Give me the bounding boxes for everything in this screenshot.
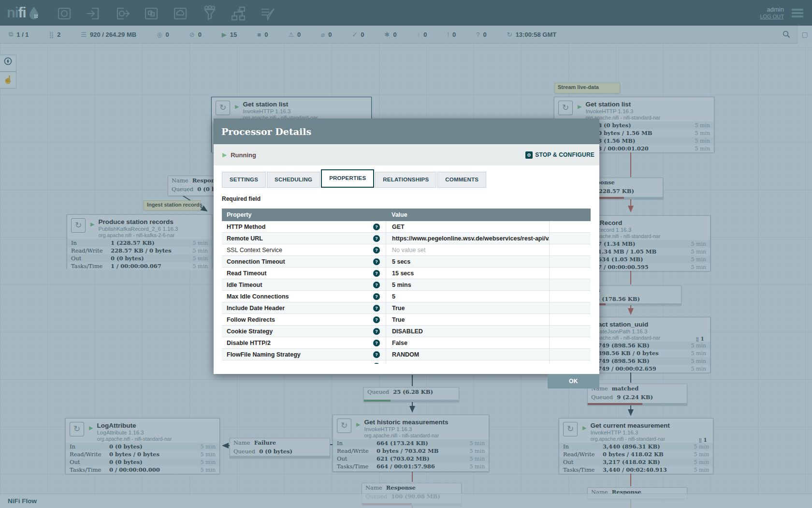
property-row: Attributes to Send?No value set xyxy=(222,360,591,364)
property-actions-cell xyxy=(549,302,591,314)
property-name-cell: Read Timeout? xyxy=(222,270,386,277)
property-name-cell: Cookie Strategy? xyxy=(222,328,386,335)
properties-table: Property Value HTTP Method?GETRemote URL… xyxy=(222,209,591,364)
property-row: Read Timeout?15 secs xyxy=(222,268,591,279)
property-value-cell: No value set xyxy=(386,360,549,364)
property-value: True xyxy=(392,316,405,323)
property-name-cell: Remote URL? xyxy=(222,235,386,242)
property-name: Remote URL xyxy=(227,235,263,242)
property-name: Connection Timeout xyxy=(227,258,285,265)
help-icon[interactable]: ? xyxy=(373,282,380,288)
help-icon[interactable]: ? xyxy=(373,316,380,323)
help-icon[interactable]: ? xyxy=(373,363,380,364)
property-row: HTTP Method?GET xyxy=(222,221,591,233)
property-row: Follow Redirects?True xyxy=(222,314,591,326)
property-name: FlowFile Naming Strategy xyxy=(227,351,301,358)
property-name-cell: Include Date Header? xyxy=(222,305,386,312)
property-value: 5 xyxy=(392,293,395,300)
property-row: Idle Timeout?5 mins xyxy=(222,279,591,291)
property-value: No value set xyxy=(392,247,425,254)
help-icon[interactable]: ? xyxy=(373,340,380,346)
property-actions-cell xyxy=(549,326,591,337)
help-icon[interactable]: ? xyxy=(373,305,380,312)
dialog-header: Processor Details xyxy=(214,119,599,144)
tab-settings[interactable]: SETTINGS xyxy=(222,172,266,188)
property-name-cell: Disable HTTP/2? xyxy=(222,340,386,346)
tab-comments[interactable]: COMMENTS xyxy=(437,172,486,188)
properties-table-header: Property Value xyxy=(222,209,591,221)
ok-button[interactable]: OK xyxy=(548,374,599,388)
property-value-cell: No value set xyxy=(386,244,549,255)
property-name-cell: HTTP Method? xyxy=(222,224,386,230)
property-name: Include Date Header xyxy=(227,305,285,312)
property-name: Disable HTTP/2 xyxy=(227,340,271,346)
property-row: Remote URL?https://www.pegelonline.wsv.d… xyxy=(222,233,591,244)
tab-relationships[interactable]: RELATIONSHIPS xyxy=(375,172,436,188)
property-row: Disable HTTP/2?False xyxy=(222,337,591,349)
dialog-title: Processor Details xyxy=(221,126,311,137)
property-name-cell: Connection Timeout? xyxy=(222,258,386,265)
property-name: Follow Redirects xyxy=(227,316,275,323)
help-icon[interactable]: ? xyxy=(373,351,380,358)
property-value-cell: GET xyxy=(386,221,549,232)
help-icon[interactable]: ? xyxy=(373,247,380,254)
tab-properties[interactable]: PROPERTIES xyxy=(321,169,374,188)
property-value: No value set xyxy=(392,363,425,364)
property-value-cell: 5 mins xyxy=(386,279,549,290)
help-icon[interactable]: ? xyxy=(373,235,380,242)
running-status-icon: ▶ xyxy=(222,151,227,158)
property-name: SSL Context Service xyxy=(227,247,282,254)
property-row: SSL Context Service?No value set xyxy=(222,244,591,256)
dialog-status-bar: ▶ Running ⚙ STOP & CONFIGURE xyxy=(214,144,599,165)
help-icon[interactable]: ? xyxy=(373,270,380,277)
property-value: True xyxy=(392,305,405,312)
property-value: 15 secs xyxy=(392,270,414,277)
dialog-tabs: SETTINGSSCHEDULINGPROPERTIESRELATIONSHIP… xyxy=(222,170,599,188)
property-value: GET xyxy=(392,224,405,230)
property-name-cell: Attributes to Send? xyxy=(222,363,386,364)
properties-table-body: HTTP Method?GETRemote URL?https://www.pe… xyxy=(222,221,591,364)
property-row: Include Date Header?True xyxy=(222,302,591,314)
property-row: FlowFile Naming Strategy?RANDOM xyxy=(222,349,591,360)
property-actions-cell xyxy=(549,337,591,348)
property-actions-cell xyxy=(549,268,591,279)
property-actions-cell xyxy=(549,314,591,325)
property-actions-cell xyxy=(549,360,591,364)
property-value-cell: DISABLED xyxy=(386,326,549,337)
property-name-cell: SSL Context Service? xyxy=(222,247,386,254)
property-value-cell: 5 secs xyxy=(386,256,549,267)
property-actions-cell xyxy=(549,349,591,360)
tab-scheduling[interactable]: SCHEDULING xyxy=(267,172,320,188)
required-field-hint: Required field xyxy=(222,195,599,202)
property-column-header: Property xyxy=(222,211,386,218)
property-name-cell: Follow Redirects? xyxy=(222,316,386,323)
property-value-cell: True xyxy=(386,302,549,314)
help-icon[interactable]: ? xyxy=(373,224,380,230)
property-value-cell: 5 xyxy=(386,291,549,302)
property-actions-cell xyxy=(549,233,591,244)
value-column-header: Value xyxy=(386,211,549,218)
property-value-cell: 15 secs xyxy=(386,268,549,279)
property-name: HTTP Method xyxy=(227,224,265,230)
property-actions-cell xyxy=(549,279,591,290)
processor-details-dialog: Processor Details ▶ Running ⚙ STOP & CON… xyxy=(214,119,599,374)
help-icon[interactable]: ? xyxy=(373,258,380,265)
property-value: https://www.pegelonline.wsv.de/webservic… xyxy=(392,235,549,242)
help-icon[interactable]: ? xyxy=(373,293,380,300)
property-name: Max Idle Connections xyxy=(227,293,289,300)
property-name-cell: Max Idle Connections? xyxy=(222,293,386,300)
property-row: Max Idle Connections?5 xyxy=(222,291,591,302)
property-name-cell: FlowFile Naming Strategy? xyxy=(222,351,386,358)
property-value: 5 mins xyxy=(392,282,411,288)
property-value: DISABLED xyxy=(392,328,423,335)
property-value: False xyxy=(392,340,407,346)
property-value: RANDOM xyxy=(392,351,419,358)
property-name: Idle Timeout xyxy=(227,282,262,288)
property-value-cell: False xyxy=(386,337,549,348)
property-value-cell: True xyxy=(386,314,549,325)
stop-and-configure-button[interactable]: ⚙ STOP & CONFIGURE xyxy=(525,151,594,159)
property-name: Read Timeout xyxy=(227,270,266,277)
help-icon[interactable]: ? xyxy=(373,328,380,335)
property-name: Cookie Strategy xyxy=(227,328,273,335)
property-actions-cell xyxy=(549,291,591,302)
